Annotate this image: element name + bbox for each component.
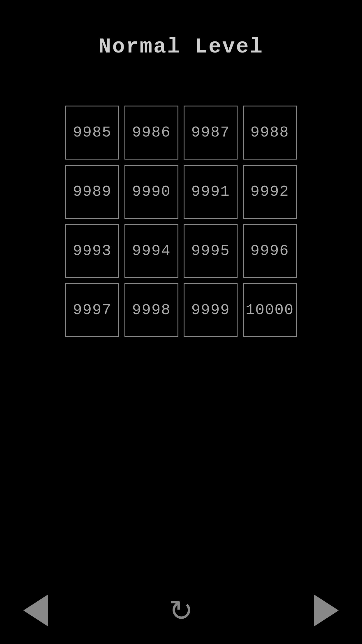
- level-cell-9992[interactable]: 9992: [243, 165, 297, 219]
- level-cell-9994[interactable]: 9994: [124, 224, 178, 278]
- level-cell-9996[interactable]: 9996: [243, 224, 297, 278]
- refresh-button[interactable]: ↻: [169, 596, 193, 625]
- next-button[interactable]: [314, 594, 339, 626]
- level-cell-label: 9988: [250, 124, 289, 141]
- level-cell-9993[interactable]: 9993: [65, 224, 119, 278]
- level-cell-label: 9985: [73, 124, 112, 141]
- level-cell-label: 9995: [191, 242, 230, 260]
- refresh-icon: ↻: [169, 596, 193, 625]
- level-cell-label: 9989: [73, 183, 112, 200]
- level-cell-10000[interactable]: 10000: [243, 283, 297, 337]
- level-cell-9987[interactable]: 9987: [184, 106, 238, 160]
- prev-button[interactable]: [23, 594, 48, 626]
- level-cell-label: 9993: [73, 242, 112, 260]
- bottom-navigation: ↻: [0, 594, 362, 626]
- level-grid: 9985998699879988998999909991999299939994…: [65, 106, 297, 337]
- next-arrow-icon: [314, 594, 339, 626]
- level-cell-label: 9992: [250, 183, 289, 200]
- level-cell-label: 9999: [191, 302, 230, 319]
- level-cell-9998[interactable]: 9998: [124, 283, 178, 337]
- level-cell-9986[interactable]: 9986: [124, 106, 178, 160]
- level-cell-label: 9994: [132, 242, 171, 260]
- level-cell-9988[interactable]: 9988: [243, 106, 297, 160]
- level-cell-9985[interactable]: 9985: [65, 106, 119, 160]
- level-cell-label: 9997: [73, 302, 112, 319]
- level-cell-label: 9996: [250, 242, 289, 260]
- level-cell-9997[interactable]: 9997: [65, 283, 119, 337]
- level-cell-9990[interactable]: 9990: [124, 165, 178, 219]
- level-cell-9989[interactable]: 9989: [65, 165, 119, 219]
- level-cell-label: 9987: [191, 124, 230, 141]
- level-cell-9995[interactable]: 9995: [184, 224, 238, 278]
- level-cell-label: 9990: [132, 183, 171, 200]
- level-cell-label: 9986: [132, 124, 171, 141]
- level-cell-label: 10000: [245, 302, 294, 319]
- level-cell-label: 9991: [191, 183, 230, 200]
- level-cell-9999[interactable]: 9999: [184, 283, 238, 337]
- page-title: Normal Level: [99, 35, 263, 59]
- level-cell-label: 9998: [132, 302, 171, 319]
- prev-arrow-icon: [23, 594, 48, 626]
- level-cell-9991[interactable]: 9991: [184, 165, 238, 219]
